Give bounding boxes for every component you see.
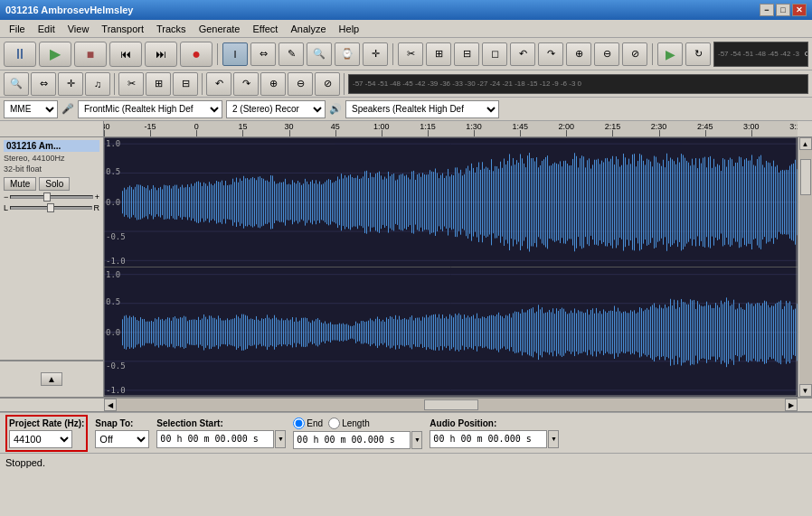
track-name[interactable]: 031216 Am... xyxy=(4,140,99,152)
redo-tool[interactable]: ↷ xyxy=(538,42,563,66)
status-text: Stopped. xyxy=(5,457,45,468)
zoom-out-tool[interactable]: ⊘ xyxy=(622,42,647,66)
menu-analyze[interactable]: Analyze xyxy=(285,23,331,35)
title-bar-controls: − □ ✕ xyxy=(760,4,807,16)
tool-l[interactable]: ⊘ xyxy=(315,72,340,96)
track-header: 031216 Am... Stereo, 44100Hz 32-bit floa… xyxy=(0,137,104,397)
toolbar-row-1: ⏸ ▶ ■ ⏮ ⏭ ● I ⇔ ✎ 🔍 ⌚ ✛ ✂ ⊞ ⊟ ◻ ↶ ↷ ⊕ ⊖ … xyxy=(0,38,812,70)
record-button[interactable]: ● xyxy=(180,42,212,67)
menu-help[interactable]: Help xyxy=(334,23,365,35)
mute-button[interactable]: Mute xyxy=(4,177,36,191)
project-rate-label: Project Rate (Hz): xyxy=(9,418,84,428)
input-device-select[interactable]: FrontMic (Realtek High Def xyxy=(78,100,222,118)
menu-tracks[interactable]: Tracks xyxy=(151,23,192,35)
tool-k[interactable]: ⊖ xyxy=(288,72,313,96)
end-length-radio: End Length xyxy=(293,417,422,429)
status-row: Stopped. xyxy=(0,454,812,471)
skip-back-button[interactable]: ⏮ xyxy=(109,42,142,67)
maximize-button[interactable]: □ xyxy=(776,4,790,16)
play-button[interactable]: ▶ xyxy=(39,42,71,67)
menu-view[interactable]: View xyxy=(62,23,95,35)
sep-r2-3 xyxy=(344,73,345,95)
track-format-2: 32-bit float xyxy=(4,164,99,175)
track-collapse-area: ▲ xyxy=(0,361,103,397)
menu-generate[interactable]: Generate xyxy=(194,23,246,35)
selection-start-dropdown[interactable]: ▼ xyxy=(275,430,286,448)
select-tool[interactable]: I xyxy=(222,42,248,66)
loop-tool[interactable]: ↻ xyxy=(685,42,711,66)
scroll-track-v[interactable] xyxy=(799,150,812,384)
silence-tool[interactable]: ◻ xyxy=(482,42,507,66)
tool-e[interactable]: ✂ xyxy=(118,72,144,96)
start-monitoring-btn[interactable]: Click to Start Monitoring xyxy=(805,50,808,58)
scroll-right-arrow[interactable]: ▶ xyxy=(785,399,798,411)
zoom-tool[interactable]: ⇔ xyxy=(250,42,276,66)
end-dropdown[interactable]: ▼ xyxy=(411,431,422,449)
zoom-sel-tool[interactable]: ⊕ xyxy=(566,42,591,66)
time-tool[interactable]: ⌚ xyxy=(335,42,360,66)
audio-position-dropdown[interactable]: ▼ xyxy=(548,430,559,448)
pan-slider[interactable] xyxy=(10,206,91,210)
scroll-up-arrow[interactable]: ▲ xyxy=(799,137,812,150)
menu-edit[interactable]: Edit xyxy=(33,23,61,35)
gain-minus: − xyxy=(4,192,8,202)
scroll-left-arrow[interactable]: ◀ xyxy=(104,399,117,411)
tool-b[interactable]: ⇔ xyxy=(31,72,56,96)
selection-start-value[interactable]: 00 h 00 m 00.000 s xyxy=(156,430,274,448)
tool-c[interactable]: ✛ xyxy=(58,72,83,96)
close-button[interactable]: ✕ xyxy=(792,4,807,16)
multi-tool[interactable]: ✛ xyxy=(363,42,388,66)
host-select[interactable]: MME xyxy=(4,100,58,118)
length-radio-label[interactable]: Length xyxy=(328,417,370,429)
menu-transport[interactable]: Transport xyxy=(96,23,149,35)
solo-button[interactable]: Solo xyxy=(39,177,70,191)
waveform-container[interactable] xyxy=(104,137,798,397)
zoom-in-tool[interactable]: 🔍 xyxy=(307,42,332,66)
pause-button[interactable]: ⏸ xyxy=(4,42,36,67)
output-device-select[interactable]: Speakers (Realtek High Def xyxy=(345,100,499,118)
track-expand-button[interactable]: ▲ xyxy=(41,372,62,386)
skip-fwd-button[interactable]: ⏭ xyxy=(145,42,177,67)
end-radio[interactable] xyxy=(293,417,305,429)
play-green[interactable]: ▶ xyxy=(657,42,683,66)
tool-h[interactable]: ↶ xyxy=(206,72,231,96)
project-rate-control: 44100 xyxy=(9,430,84,448)
project-rate-group: Project Rate (Hz): 44100 xyxy=(5,415,88,452)
end-radio-label[interactable]: End xyxy=(293,417,323,429)
scroll-down-arrow[interactable]: ▼ xyxy=(799,384,812,397)
tool-g[interactable]: ⊟ xyxy=(173,72,198,96)
tool-f[interactable]: ⊞ xyxy=(146,72,171,96)
stop-button[interactable]: ■ xyxy=(74,42,107,67)
trim-tool[interactable]: ⊟ xyxy=(454,42,479,66)
length-radio[interactable] xyxy=(328,417,340,429)
tool-d[interactable]: ♫ xyxy=(85,72,110,96)
end-value[interactable]: 00 h 00 m 00.000 s xyxy=(293,431,411,449)
selection-start-label: Selection Start: xyxy=(156,418,286,428)
mic-icon[interactable]: 🎤 xyxy=(61,103,74,115)
vu-meter-display: -57 -54 -51 -48 -45 -42 -3 Click to Star… xyxy=(713,42,808,67)
draw-tool[interactable]: ✎ xyxy=(279,42,304,66)
cut-tool[interactable]: ✂ xyxy=(398,42,423,66)
toolbar-row-2: 🔍 ⇔ ✛ ♫ ✂ ⊞ ⊟ ↶ ↷ ⊕ ⊖ ⊘ -57 -54 -51 -48 … xyxy=(0,70,812,98)
project-rate-select[interactable]: 44100 xyxy=(9,430,72,448)
snap-to-select[interactable]: Off xyxy=(95,430,149,448)
menu-effect[interactable]: Effect xyxy=(248,23,284,35)
tool-a[interactable]: 🔍 xyxy=(4,72,29,96)
undo-tool[interactable]: ↶ xyxy=(510,42,535,66)
scrollbar-h-left xyxy=(0,399,104,411)
gain-slider[interactable] xyxy=(10,195,92,199)
audio-position-value[interactable]: 00 h 00 m 00.000 s xyxy=(430,430,547,448)
tool-j[interactable]: ⊕ xyxy=(260,72,286,96)
scroll-thumb-v[interactable] xyxy=(800,159,811,195)
gain-plus: + xyxy=(95,192,99,202)
gain-row: − + xyxy=(4,192,99,202)
tool-i[interactable]: ↷ xyxy=(233,72,259,96)
speaker-icon[interactable]: 🔊 xyxy=(329,103,342,115)
horizontal-scrollbar[interactable] xyxy=(117,399,785,411)
scroll-thumb-h[interactable] xyxy=(424,399,478,410)
minimize-button[interactable]: − xyxy=(760,4,774,16)
channels-select[interactable]: 2 (Stereo) Recor xyxy=(226,100,326,118)
copy-tool[interactable]: ⊞ xyxy=(426,42,451,66)
zoom-fit-tool[interactable]: ⊖ xyxy=(594,42,619,66)
menu-file[interactable]: File xyxy=(4,23,31,35)
